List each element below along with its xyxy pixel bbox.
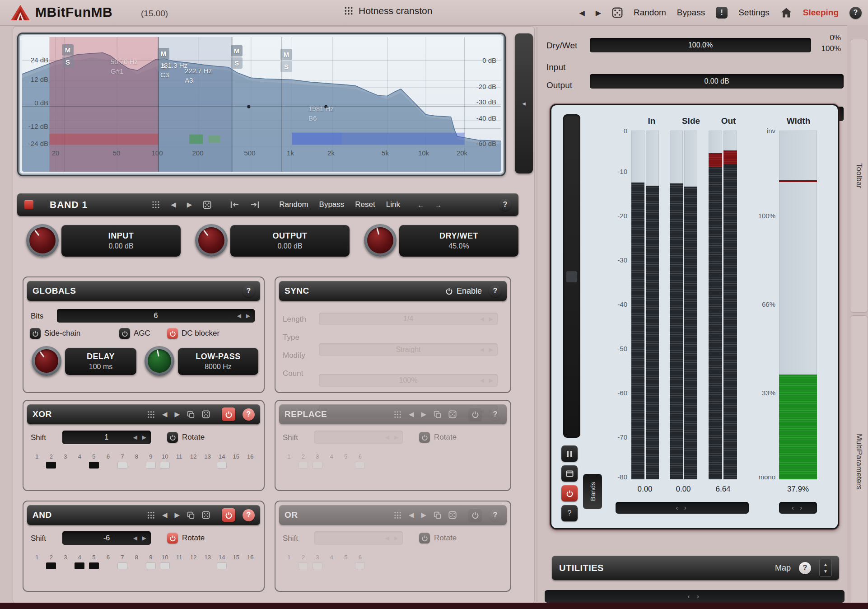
and-power-button[interactable] xyxy=(222,508,235,522)
output-value-box[interactable]: OUTPUT 0.00 dB xyxy=(230,225,350,257)
bit-cell[interactable] xyxy=(231,562,241,569)
bit-cell[interactable] xyxy=(146,462,156,468)
shift-increase-icon[interactable]: ▶ xyxy=(142,434,146,440)
increase-icon[interactable]: ▶ xyxy=(489,377,493,384)
bit-cell[interactable] xyxy=(284,462,294,468)
op-prev-button[interactable]: ◀ xyxy=(162,511,168,519)
bits-decrease-icon[interactable]: ◀ xyxy=(237,313,241,319)
analyzer-display[interactable]: 20501002005001k2k5k10k20k24 dB12 dB0 dB-… xyxy=(17,33,506,176)
copy-to-band-icon[interactable] xyxy=(230,201,239,209)
op-random-icon[interactable] xyxy=(448,511,457,519)
op-prev-button[interactable]: ◀ xyxy=(162,410,168,418)
help-button[interactable]: ? xyxy=(849,7,862,19)
bit-cell[interactable] xyxy=(160,462,170,468)
bit-cell[interactable] xyxy=(203,462,213,468)
input-value-box[interactable]: INPUT 0.00 dB xyxy=(61,225,181,257)
bit-cell[interactable] xyxy=(32,462,42,468)
op-prev-button[interactable]: ◀ xyxy=(409,410,414,418)
globals-help-button[interactable]: ? xyxy=(243,285,255,297)
lowpass-knob[interactable] xyxy=(145,346,174,376)
delay-value-box[interactable]: DELAY 100 ms xyxy=(65,348,136,375)
dice-icon[interactable] xyxy=(612,7,623,18)
op-presets-button[interactable] xyxy=(147,511,155,519)
band-help-button[interactable]: ? xyxy=(499,199,511,211)
op-presets-button[interactable] xyxy=(147,411,155,418)
shift-decrease-icon[interactable]: ◀ xyxy=(133,434,137,440)
bit-cell[interactable] xyxy=(103,462,113,468)
op-copy-icon[interactable] xyxy=(187,511,195,519)
op-prev-button[interactable]: ◀ xyxy=(409,511,414,519)
bit-cell[interactable] xyxy=(61,562,70,569)
bit-cell[interactable] xyxy=(284,562,294,569)
bit-cell[interactable] xyxy=(313,462,322,468)
bit-cell[interactable] xyxy=(174,462,184,468)
op-copy-icon[interactable] xyxy=(434,511,441,519)
band-random-icon[interactable] xyxy=(203,201,211,209)
and-rotate-toggle[interactable]: Rotate xyxy=(167,533,205,543)
preset-selector[interactable]: Hotness cranston xyxy=(344,5,432,16)
bit-cell[interactable] xyxy=(131,562,141,569)
bit-cell[interactable] xyxy=(89,462,99,468)
bits-slider[interactable]: 6 ◀ ▶ xyxy=(57,309,255,323)
power-icon[interactable] xyxy=(30,328,41,339)
power-icon[interactable] xyxy=(119,328,130,339)
replace-help-button[interactable]: ? xyxy=(489,408,501,421)
bit-cell[interactable] xyxy=(231,462,241,468)
utilities-spinner[interactable]: ▲▼ xyxy=(819,559,832,577)
xor-power-button[interactable] xyxy=(222,408,235,421)
meter-popup-button[interactable] xyxy=(561,465,578,482)
preset-next-button[interactable]: ▶ xyxy=(596,9,601,17)
bit-cell[interactable] xyxy=(217,562,227,569)
replace-shift-slider[interactable]: ◀ ▶ xyxy=(314,431,403,444)
bit-cell[interactable] xyxy=(75,562,84,569)
sync-row-slider[interactable]: 100%◀▶ xyxy=(319,374,498,387)
op-next-button[interactable]: ▶ xyxy=(174,511,180,519)
increase-icon[interactable]: ▶ xyxy=(489,316,493,322)
master-drywet-slider[interactable]: 100.0% xyxy=(590,38,811,52)
bit-cell[interactable] xyxy=(75,462,84,468)
meter-pause-button[interactable] xyxy=(561,445,578,462)
sidechain-toggle[interactable]: Side-chain xyxy=(30,328,80,339)
dc-blocker-toggle[interactable]: DC blocker xyxy=(167,328,219,339)
bit-cell[interactable] xyxy=(298,562,308,569)
bypass-button[interactable]: Bypass xyxy=(677,8,705,18)
shift-decrease-icon[interactable]: ◀ xyxy=(133,535,137,541)
band-bypass-button[interactable]: Bypass xyxy=(319,200,345,209)
spinner-down-icon[interactable]: ▼ xyxy=(823,569,828,574)
power-icon[interactable] xyxy=(167,533,178,543)
op-random-icon[interactable] xyxy=(202,511,210,519)
bit-cell[interactable] xyxy=(89,562,99,569)
op-random-icon[interactable] xyxy=(202,410,210,418)
mid-button[interactable]: M xyxy=(231,45,243,56)
bit-cell[interactable] xyxy=(46,562,56,569)
paste-from-band-icon[interactable] xyxy=(250,201,259,209)
drywet-knob[interactable] xyxy=(364,224,397,257)
or-shift-slider[interactable]: ◀ ▶ xyxy=(314,531,403,545)
meter-help-button[interactable]: ? xyxy=(561,505,578,521)
band-link-button[interactable]: Link xyxy=(386,200,400,209)
op-presets-button[interactable] xyxy=(394,511,401,519)
settings-button[interactable]: Settings xyxy=(738,8,770,18)
op-next-button[interactable]: ▶ xyxy=(421,511,426,519)
band-redo-button[interactable]: → xyxy=(435,201,442,209)
drywet-value-box[interactable]: DRY/WET 45.0% xyxy=(399,225,518,257)
bit-cell[interactable] xyxy=(313,562,322,569)
op-random-icon[interactable] xyxy=(448,410,457,418)
meter-zoom-slider[interactable] xyxy=(563,114,580,438)
op-next-button[interactable]: ▶ xyxy=(174,410,180,418)
band-next-button[interactable]: ▶ xyxy=(187,201,192,209)
decrease-icon[interactable]: ◀ xyxy=(480,316,484,322)
power-icon[interactable] xyxy=(419,533,430,543)
and-help-button[interactable]: ? xyxy=(243,509,255,521)
xor-shift-slider[interactable]: 1 ◀ ▶ xyxy=(62,431,151,444)
bit-cell[interactable] xyxy=(61,462,70,468)
bit-cell[interactable] xyxy=(355,562,365,569)
op-presets-button[interactable] xyxy=(394,411,401,418)
or-power-button[interactable] xyxy=(468,508,482,522)
power-icon[interactable] xyxy=(167,432,178,443)
warning-icon[interactable]: ! xyxy=(716,7,728,19)
mid-button[interactable]: M xyxy=(62,44,74,56)
toolbar-tab[interactable]: Toolbar xyxy=(850,39,868,313)
xor-rotate-toggle[interactable]: Rotate xyxy=(167,432,205,443)
band-presets-button[interactable] xyxy=(152,201,160,209)
